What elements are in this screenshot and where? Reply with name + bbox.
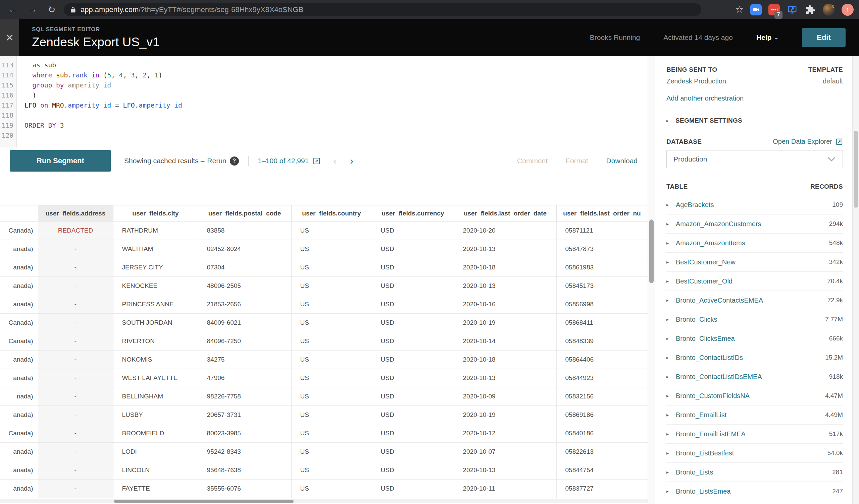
results-scrollbar-thumb[interactable]	[649, 220, 654, 283]
reload-icon[interactable]: ↻	[45, 3, 58, 16]
column-header[interactable]: user_fields.country	[291, 205, 372, 221]
table-cell: JERSEY CITY	[113, 258, 198, 277]
table-name-link[interactable]: Bronto_CustomFieldsNA	[676, 392, 825, 400]
column-header[interactable]: user_fields.currency	[372, 205, 454, 221]
extensions-puzzle-icon[interactable]	[805, 4, 816, 15]
sidebar-table-row[interactable]: ▸BestCustomer_Old70.4k	[666, 272, 843, 291]
table-name-link[interactable]: Bronto_ClicksEmea	[676, 335, 829, 343]
back-icon[interactable]: ←	[6, 3, 19, 16]
close-icon[interactable]: ✕	[5, 32, 14, 44]
window-scrollbar-thumb[interactable]	[854, 131, 858, 208]
sidebar-table-row[interactable]: ▸Bronto_EmailListEMEA517k	[666, 425, 843, 444]
expand-arrow-icon[interactable]: ▸	[666, 336, 676, 341]
sidebar-table-row[interactable]: ▸Bronto_Lists281	[666, 463, 843, 482]
column-header[interactable]	[0, 205, 38, 221]
expand-arrow-icon[interactable]: ▸	[666, 259, 676, 265]
column-header[interactable]: user_fields.city	[113, 205, 198, 221]
table-cell: 05844923	[556, 369, 648, 388]
table-row: anada)-WALTHAM02452-8024USUSD2020-10-130…	[0, 240, 648, 258]
expand-arrow-icon[interactable]: ▸	[666, 279, 676, 284]
next-page-icon[interactable]: ›	[350, 155, 353, 167]
destination-link[interactable]: Zendesk Production	[666, 77, 726, 85]
table-name-link[interactable]: Bronto_Clicks	[676, 316, 825, 324]
sidebar-table-row[interactable]: ▸Amazon_AmazonItems548k	[666, 234, 843, 253]
sidebar-table-row[interactable]: ▸Bronto_ClicksEmea666k	[666, 329, 843, 348]
format-button[interactable]: Format	[566, 157, 588, 165]
sidebar-table-row[interactable]: ▸Bronto_Clicks7.77M	[666, 310, 843, 329]
zoom-extension-icon[interactable]	[750, 4, 762, 15]
code-area[interactable]: as sub where sub.rank in (5, 4, 3, 2, 1)…	[17, 56, 648, 147]
table-name-link[interactable]: Bronto_ActiveContactsEMEA	[676, 297, 827, 304]
table-cell: 2020-10-13	[454, 277, 556, 295]
sidebar-table-row[interactable]: ▸Bronto_ContactListIDsEMEA918k	[666, 367, 843, 387]
profile-avatar[interactable]	[823, 4, 835, 16]
expand-arrow-icon[interactable]: ▸	[666, 355, 676, 360]
table-name-link[interactable]: Bronto_ListBestfest	[676, 450, 827, 457]
prev-page-icon[interactable]: ‹	[333, 155, 336, 167]
table-name-link[interactable]: BestCustomer_New	[676, 258, 829, 266]
rerun-link[interactable]: Rerun	[207, 157, 226, 165]
screenshare-extension-icon[interactable]	[786, 4, 798, 15]
line-number: 115	[0, 80, 16, 91]
table-name-link[interactable]: Bronto_EmailList	[676, 411, 825, 419]
table-name-link[interactable]: Amazon_AmazonCustomers	[676, 220, 829, 228]
result-range-link[interactable]: 1–100 of 42,991	[258, 157, 321, 165]
expand-arrow-icon[interactable]: ▸	[666, 298, 676, 303]
table-name-link[interactable]: AgeBrackets	[676, 201, 832, 209]
forward-icon[interactable]: →	[26, 3, 39, 16]
column-header[interactable]: user_fields.last_order_date	[454, 205, 556, 221]
password-manager-extension-icon[interactable]: 7	[768, 4, 780, 15]
column-header[interactable]: user_fields.address	[38, 205, 113, 221]
expand-arrow-icon[interactable]: ▸	[666, 451, 676, 456]
expand-arrow-icon[interactable]: ▸	[666, 317, 676, 322]
help-circle-icon[interactable]: ?	[230, 157, 239, 166]
table-cell: FAYETTE	[113, 479, 198, 498]
expand-arrow-icon[interactable]: ▸	[666, 412, 676, 418]
table-cell: anada)	[0, 295, 38, 314]
expand-arrow-icon[interactable]: ▸	[666, 202, 676, 207]
bookmark-star-icon[interactable]: ☆	[735, 4, 743, 15]
sidebar-table-row[interactable]: ▸Amazon_AmazonCustomers294k	[666, 215, 843, 234]
add-orchestration-link[interactable]: Add another orchestration	[666, 95, 743, 102]
table-name-link[interactable]: Bronto_ContactListIDs	[676, 354, 825, 362]
sidebar-table-row[interactable]: ▸Bronto_ListsEmea247	[666, 482, 843, 501]
table-cell: 05845173	[556, 277, 648, 295]
url-bar[interactable]: app.amperity.com/?th=yEyTT#/segments/seg…	[64, 3, 701, 16]
column-header[interactable]: user_fields.postal_code	[198, 205, 291, 221]
expand-arrow-icon[interactable]: ▸	[666, 393, 676, 398]
sidebar-table-row[interactable]: ▸BestCustomer_New342k	[666, 253, 843, 272]
expand-arrow-icon[interactable]: ▸	[666, 374, 676, 379]
sidebar-table-row[interactable]: ▸Bronto_ListBestfest54.0k	[666, 444, 843, 463]
table-name-link[interactable]: Bronto_Lists	[676, 469, 832, 476]
gutter: 113114115116117118119120	[0, 56, 17, 147]
sidebar-table-row[interactable]: ▸Bronto_CustomFieldsNA4.47M	[666, 387, 843, 406]
expand-arrow-icon[interactable]: ▸	[666, 240, 676, 246]
horizontal-scrollbar-thumb[interactable]	[114, 500, 293, 503]
sidebar-table-row[interactable]: ▸AgeBrackets109	[666, 195, 843, 215]
table-name-link[interactable]: Bronto_EmailListEMEA	[676, 430, 829, 438]
database-select[interactable]: Production	[666, 150, 843, 168]
browser-update-icon[interactable]: ↑	[842, 4, 854, 16]
table-name-link[interactable]: Bronto_ContactListIDsEMEA	[676, 373, 829, 381]
record-count: 548k	[829, 239, 843, 247]
expand-arrow-icon[interactable]: ▸	[666, 489, 676, 494]
table-name-link[interactable]: BestCustomer_Old	[676, 278, 827, 285]
expand-arrow-icon[interactable]: ▸	[666, 221, 676, 226]
sidebar-table-row[interactable]: ▸Bronto_ContactListIDs15.2M	[666, 348, 843, 367]
segment-settings-toggle[interactable]: ▸ SEGMENT SETTINGS	[666, 111, 843, 130]
sidebar-table-row[interactable]: ▸Bronto_ActiveContactsEMEA72.9k	[666, 291, 843, 310]
help-menu[interactable]: Help⌄	[756, 33, 779, 42]
comment-button[interactable]: Comment	[517, 157, 547, 165]
table-name-link[interactable]: Bronto_ListsEmea	[676, 488, 832, 495]
expand-arrow-icon[interactable]: ▸	[666, 431, 676, 437]
table-name-link[interactable]: Amazon_AmazonItems	[676, 239, 829, 247]
edit-button[interactable]: Edit	[802, 28, 846, 47]
sidebar-table-row[interactable]: ▸Bronto_EmailList4.49M	[666, 406, 843, 425]
divider	[666, 130, 843, 130]
download-button[interactable]: Download	[606, 157, 637, 165]
expand-arrow-icon[interactable]: ▸	[666, 470, 676, 475]
run-segment-button[interactable]: Run Segment	[10, 150, 111, 172]
open-data-explorer-link[interactable]: Open Data Explorer	[773, 138, 843, 145]
column-header[interactable]: user_fields.last_order_nu	[556, 205, 648, 221]
sidebar-table-row[interactable]: ▸Bronto_Opens50.8M	[666, 501, 843, 504]
